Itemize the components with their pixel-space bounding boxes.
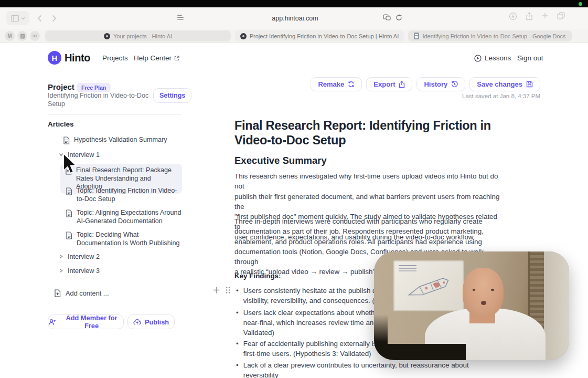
project-label: Project	[48, 82, 74, 91]
hinto-logo-icon[interactable]: H	[48, 51, 61, 65]
toolbar-right-icons	[509, 12, 565, 20]
url-text: app.hintoai.com	[272, 15, 318, 22]
reader-mode-icon[interactable]	[177, 14, 184, 22]
sidebar-item-label: Topic: Identifying Friction in Video-to-…	[77, 187, 182, 203]
person-plus-icon	[48, 319, 56, 326]
sidebar-panel-icon	[11, 15, 19, 22]
signout-label: Sign out	[517, 54, 543, 62]
chevron-collapsed-icon[interactable]	[59, 254, 63, 259]
sidebar-item-interview-3[interactable]: Interview 3	[48, 267, 182, 276]
bullet-marker: •	[236, 360, 239, 378]
whiteboard-text-lines	[399, 265, 416, 266]
tab-google-docs[interactable]: Identifying Friction in Video-to-Doc Set…	[408, 30, 572, 41]
publish-button[interactable]: Publish	[127, 314, 175, 329]
tab-overview-icon[interactable]	[557, 12, 565, 20]
back-button[interactable]	[33, 11, 46, 25]
pinned-tab-docs[interactable]	[17, 31, 27, 41]
play-circle-icon	[474, 55, 482, 62]
bullet-line: near-final, which increases review time …	[243, 318, 388, 328]
bullet-text: Lack of a clear preview contributes to u…	[243, 360, 501, 378]
lessons-label: Lessons	[485, 54, 511, 62]
browser-tab-bar: M 31 Your projects - Hinto AI Project Id…	[0, 29, 588, 43]
bullet-line: visibility, reversibility, and consequen…	[243, 296, 387, 306]
save-changes-button[interactable]: Save changes	[469, 77, 540, 91]
chevron-down-icon	[21, 17, 25, 20]
drag-handle-icon[interactable]	[226, 286, 230, 294]
project-name-line: Identifying Friction in Video-to-Doc	[48, 92, 153, 100]
gmail-icon: M	[7, 33, 12, 39]
bullet-line: Users lack clear expectations about whet…	[243, 308, 388, 318]
key-findings-heading: Key Findings:	[234, 272, 281, 280]
hinto-favicon	[240, 33, 247, 39]
document-toolbar: Remake Export History Save changes	[311, 77, 540, 91]
paragraph-line: documentation as part of their job. Resp…	[234, 226, 502, 236]
webcam-desk-shadow	[374, 344, 466, 360]
bullet-marker: •	[236, 308, 239, 338]
tab-title: Project Identifying Friction in Video-to…	[250, 33, 399, 39]
sidebar-item-interview-2[interactable]: Interview 2	[48, 253, 182, 261]
forward-button[interactable]	[47, 11, 61, 25]
sidebar-item-topic-aligning-expectations[interactable]: Topic: Aligning Expectations Around AI-G…	[48, 209, 182, 225]
page-settings-icon[interactable]	[383, 14, 391, 21]
hinto-favicon	[104, 33, 110, 39]
address-bar[interactable]: app.hintoai.com	[184, 11, 407, 25]
tab-title: Your projects - Hinto AI	[113, 33, 172, 39]
sidebar-toggle-button[interactable]	[6, 11, 29, 25]
bullet-line: Validated)	[243, 328, 388, 338]
lessons-button[interactable]: Lessons	[474, 54, 511, 62]
webcam-whiteboard	[393, 260, 464, 311]
logo-letter: H	[52, 54, 58, 62]
sidebar-item-label: Interview 3	[68, 267, 100, 276]
browser-toolbar: app.hintoai.com	[0, 7, 588, 29]
person-mouth	[481, 301, 486, 304]
new-tab-icon[interactable]	[541, 12, 549, 20]
tab-your-projects[interactable]: Your projects - Hinto AI	[45, 30, 231, 41]
bullet-line: Fear of accidentally publishing external…	[243, 339, 390, 349]
downloads-icon[interactable]	[509, 12, 517, 20]
export-button[interactable]: Export	[366, 77, 412, 91]
settings-button[interactable]: Settings	[153, 88, 191, 103]
document-plus-icon	[54, 289, 61, 297]
export-label: Export	[373, 80, 395, 88]
history-button[interactable]: History	[416, 77, 465, 91]
save-icon	[526, 81, 533, 88]
document-icon	[63, 136, 70, 144]
whiteboard-sketch	[394, 261, 463, 310]
sidebar-item-label: Hypothesis Validation Summary	[74, 136, 167, 144]
add-member-button[interactable]: Add Member for Free	[48, 314, 124, 329]
bullet-finding-4: • Lack of a clear preview contributes to…	[236, 360, 501, 378]
hinto-logo-text[interactable]: Hinto	[65, 52, 90, 64]
person-eye	[473, 289, 475, 291]
add-block-icon[interactable]	[212, 286, 220, 294]
chevron-collapsed-icon[interactable]	[59, 268, 63, 273]
share-icon[interactable]	[526, 12, 533, 20]
nav-help-center[interactable]: Help Center	[134, 54, 179, 62]
pinned-tab-calendar[interactable]: 31	[30, 31, 40, 41]
block-hover-controls	[212, 286, 230, 294]
nav-projects[interactable]: Projects	[102, 54, 128, 62]
sidebar-item-topic-deciding-documentation[interactable]: Topic: Deciding What Documentation Is Wo…	[48, 231, 182, 247]
section-heading: Executive Summary	[234, 155, 327, 166]
bullet-text: Users lack clear expectations about whet…	[243, 308, 388, 338]
document-title-line: Final Research Report: Identifying Frict…	[234, 119, 497, 133]
add-content-button[interactable]: Add content ...	[54, 289, 109, 297]
add-content-label: Add content ...	[66, 289, 109, 297]
tab-project-active[interactable]: Project Identifying Friction in Video-to…	[235, 30, 404, 41]
signout-button[interactable]: Sign out	[517, 54, 543, 62]
mouse-cursor	[61, 153, 79, 176]
remake-button[interactable]: Remake	[311, 77, 362, 91]
cloud-upload-icon	[133, 319, 141, 325]
webcam-right-panel	[544, 251, 569, 360]
remake-label: Remake	[318, 80, 344, 88]
bullet-line: Users consistently hesitate at the publi…	[243, 286, 387, 296]
plan-badge: Free Plan	[77, 83, 111, 92]
project-name-line: Setup	[48, 100, 153, 109]
reload-icon[interactable]	[395, 14, 402, 21]
sidebar-item-hypothesis-summary[interactable]: Hypothesis Validation Summary	[48, 136, 182, 144]
pinned-tab-gmail[interactable]: M	[5, 31, 15, 41]
sidebar-item-topic-identifying-friction[interactable]: Topic: Identifying Friction in Video-to-…	[48, 187, 182, 203]
sidebar-divider	[48, 309, 182, 309]
document-icon	[66, 232, 72, 239]
bullet-marker: •	[236, 286, 239, 306]
history-label: History	[424, 80, 447, 88]
